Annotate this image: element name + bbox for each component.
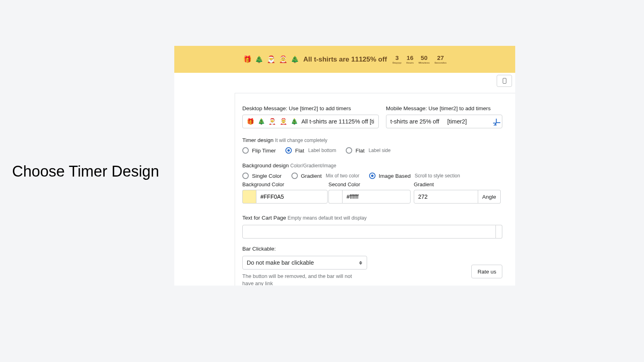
desktop-message-label: Desktop Message: Use [timer2] to add tim… — [242, 105, 379, 111]
desktop-message-value: All t-shirts are 11125% off [ti — [301, 118, 374, 125]
count-hours-label: Hours — [407, 62, 414, 64]
background-design-title: Background design Color/Gradient/image — [242, 162, 502, 169]
bar-clickable-label: Bar Clickable: — [242, 246, 502, 252]
count-days: 3 — [392, 55, 401, 61]
cart-text-input[interactable] — [242, 225, 496, 239]
desktop-message-emojis: 🎁 🎄 🎅 🤶 🎄 — [247, 118, 299, 125]
mobile-icon — [503, 78, 506, 84]
bg-color-input[interactable] — [256, 190, 328, 204]
second-color-label: Second Color — [328, 181, 414, 187]
radio-single-color[interactable]: Single Color — [242, 173, 282, 179]
radio-image-based[interactable]: Image BasedScroll to style section — [369, 173, 460, 179]
gradient-angle-input[interactable] — [414, 190, 478, 204]
gradient-angle-suffix: Angle — [478, 190, 501, 204]
select-chevron-icon — [359, 259, 363, 266]
gradient-label: Gradient — [414, 181, 502, 187]
radio-flat-bottom[interactable]: FlatLabel bottom — [285, 147, 336, 154]
count-seconds: 27 — [434, 55, 446, 61]
mobile-message-input[interactable] — [386, 115, 502, 128]
radio-flat-side[interactable]: FlatLabel side — [346, 147, 390, 154]
bg-color-label: Background Color — [242, 181, 328, 187]
external-link-icon[interactable] — [496, 123, 502, 129]
app-panel: 🎁 🎄 🎅 🤶 🎄 All t-shirts are 11125% off 3D… — [174, 46, 515, 286]
count-seconds-label: Secondss — [434, 62, 446, 64]
count-minutes-label: Minutess — [419, 62, 430, 64]
mobile-message-label: Mobile Message: Use [timer2] to add time… — [386, 105, 502, 111]
radio-flip-timer[interactable]: Flip Timer — [242, 147, 276, 154]
bar-clickable-select[interactable]: Do not make bar clickable — [242, 256, 367, 269]
promo-bar: 🎁 🎄 🎅 🤶 🎄 All t-shirts are 11125% off 3D… — [174, 46, 515, 73]
rate-us-button[interactable]: Rate us — [471, 265, 502, 278]
mobile-preview-button[interactable] — [497, 75, 512, 87]
settings-form: Desktop Message: Use [timer2] to add tim… — [235, 93, 515, 286]
background-design-radios: Single Color GradientMix of two color Im… — [242, 173, 502, 179]
desktop-message-input[interactable]: 🎁 🎄 🎅 🤶 🎄 All t-shirts are 11125% off [t… — [242, 115, 379, 128]
promo-emojis: 🎁 🎄 🎅 🤶 🎄 — [243, 55, 300, 64]
slide-title: Choose Timer Design — [12, 163, 159, 180]
cart-text-addon[interactable] — [496, 225, 502, 239]
cart-text-title: Text for Cart Page Empty means default t… — [242, 215, 502, 221]
bar-clickable-help: The button will be removed, and the bar … — [242, 273, 363, 286]
bg-color-swatch[interactable] — [242, 190, 256, 204]
count-hours: 16 — [407, 55, 414, 61]
count-minutes: 50 — [419, 55, 430, 61]
countdown: 3Dayyyy 16Hours 50Minutess 27Secondss — [392, 55, 446, 64]
promo-text: All t-shirts are 11125% off — [303, 56, 387, 64]
timer-design-title: Timer design It will change completely — [242, 137, 502, 143]
second-color-swatch[interactable] — [328, 190, 342, 204]
count-days-label: Dayyyy — [392, 62, 401, 64]
timer-design-radios: Flip Timer FlatLabel bottom FlatLabel si… — [242, 147, 502, 154]
radio-gradient[interactable]: GradientMix of two color — [291, 173, 359, 179]
second-color-input[interactable] — [342, 190, 411, 204]
